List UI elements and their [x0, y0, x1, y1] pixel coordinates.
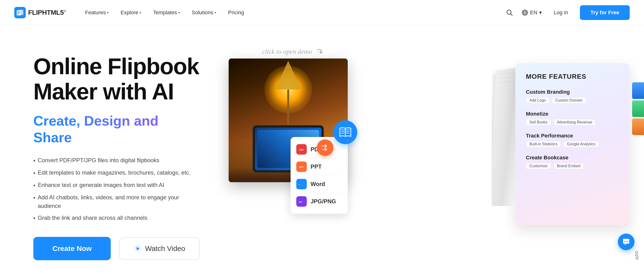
- feature-create-bookcase: Create Bookcase Customize Brand Embed: [526, 155, 619, 169]
- color-swatch-orange: [632, 118, 644, 135]
- bullet-3: Enhance text or generate images from tex…: [33, 181, 200, 190]
- nav-features[interactable]: Features ▾: [80, 7, 113, 18]
- more-features-panel: MORE FEATURES Custom Branding Add Logo C…: [516, 63, 630, 225]
- logo-icon: [14, 7, 26, 18]
- ppt-icon: PPT: [296, 162, 307, 172]
- feature-custom-branding: Custom Branding Add Logo Custom Domain: [526, 89, 619, 104]
- chat-widget-button[interactable]: [618, 234, 634, 250]
- language-selector[interactable]: EN ▾: [522, 9, 542, 16]
- shuffle-icon-button[interactable]: [317, 139, 334, 156]
- hero-title: Online Flipbook Maker with AI: [33, 54, 200, 104]
- search-button[interactable]: [504, 7, 515, 18]
- svg-text:≡: ≡: [299, 184, 300, 186]
- brand-name: FLIPHTML5®: [28, 9, 66, 16]
- watch-video-button[interactable]: Watch Video: [119, 237, 200, 260]
- chevron-down-icon: ▾: [107, 11, 108, 14]
- create-now-button[interactable]: Create Now: [33, 237, 111, 260]
- feature-circle-button[interactable]: [334, 120, 357, 144]
- svg-line-22: [341, 131, 345, 132]
- svg-point-28: [626, 241, 626, 242]
- svg-line-24: [346, 130, 350, 130]
- hero-section: Online Flipbook Maker with AI Create, De…: [0, 25, 644, 274]
- svg-line-21: [341, 130, 345, 130]
- pdf-icon: PDF: [296, 144, 307, 155]
- svg-text:PDF: PDF: [299, 149, 304, 151]
- logo[interactable]: FLIPHTML5®: [14, 7, 66, 18]
- nav-pricing[interactable]: Pricing: [224, 7, 249, 18]
- svg-text:PPT: PPT: [299, 166, 304, 168]
- chevron-down-icon: ▾: [178, 11, 180, 14]
- arrow-icon: ↷: [314, 46, 324, 57]
- hero-visuals: click to open demo ↷: [214, 44, 630, 258]
- chevron-down-icon: ▾: [140, 11, 141, 14]
- shuffle-icon: [320, 143, 330, 152]
- color-swatch-green: [632, 100, 644, 117]
- bullet-5: Grab the link and share across all chann…: [33, 214, 200, 223]
- svg-line-4: [511, 14, 512, 15]
- nav-solutions[interactable]: Solutions ▾: [187, 7, 221, 18]
- svg-line-23: [341, 133, 345, 133]
- color-swatches: [632, 82, 644, 135]
- svg-text:IMG: IMG: [299, 201, 302, 203]
- feature-monetize: Monetize Sell Books Advertising Revenue: [526, 111, 619, 126]
- word-icon: ≡: [296, 179, 307, 189]
- format-jpg[interactable]: IMG JPG/PNG: [296, 193, 342, 210]
- search-icon: [506, 9, 513, 16]
- demo-label: click to open demo ↷: [262, 47, 322, 57]
- nav-right: EN ▾ Log in Try for Free: [504, 5, 630, 20]
- hero-content: Online Flipbook Maker with AI Create, De…: [33, 44, 200, 260]
- globe-icon: [522, 9, 528, 16]
- hero-subtitle: Create, Design and Share: [33, 112, 200, 146]
- more-features-title: MORE FEATURES: [526, 73, 619, 80]
- color-swatch-blue: [632, 82, 644, 99]
- navbar: FLIPHTML5® Features ▾ Explore ▾ Template…: [0, 0, 644, 25]
- chevron-down-icon: ▾: [214, 11, 216, 14]
- open-book-icon: [339, 126, 352, 139]
- bullet-1: Convert PDF/PPT/JPG files into digital f…: [33, 156, 200, 165]
- bullet-4: Add AI chatbots, links, videos, and more…: [33, 193, 200, 210]
- hero-cta: Create Now Watch Video: [33, 237, 200, 260]
- nav-menu: Features ▾ Explore ▾ Templates ▾ Solutio…: [80, 7, 504, 18]
- format-word[interactable]: ≡ Word: [296, 176, 342, 193]
- jpg-icon: IMG: [296, 196, 307, 207]
- nav-templates[interactable]: Templates ▾: [148, 7, 184, 18]
- chevron-down-icon: ▾: [539, 9, 542, 16]
- svg-point-29: [627, 241, 628, 242]
- chat-icon: [622, 238, 630, 246]
- nav-explore[interactable]: Explore ▾: [116, 7, 146, 18]
- format-ppt[interactable]: PPT PPT: [296, 158, 342, 176]
- svg-line-25: [346, 131, 350, 132]
- svg-rect-2: [19, 10, 23, 15]
- svg-line-26: [346, 133, 350, 133]
- play-icon: [134, 245, 141, 252]
- try-for-free-button[interactable]: Try for Free: [580, 5, 630, 20]
- login-button[interactable]: Log in: [549, 7, 573, 18]
- hero-bullets-list: Convert PDF/PPT/JPG files into digital f…: [33, 156, 200, 223]
- app-label: APP: [635, 251, 640, 260]
- feature-track-performance: Track Performance Built-in Statistics Go…: [526, 133, 619, 147]
- svg-point-27: [624, 241, 625, 242]
- bullet-2: Edit templates to make magazines, brochu…: [33, 168, 200, 177]
